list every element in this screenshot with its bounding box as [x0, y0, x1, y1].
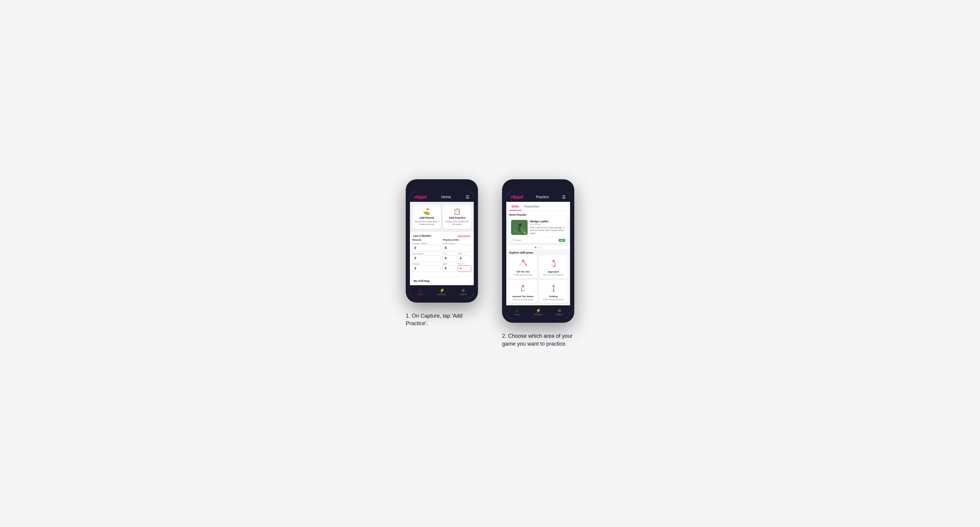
chevron-right-icon: ›: [469, 279, 470, 283]
golf-bag-row[interactable]: My Golf Bag ›: [410, 277, 474, 285]
atg-skill-icon: [511, 283, 535, 294]
home-icon: ⌂: [419, 288, 422, 293]
drills-column: Practice Drills Drills Capture 8 OTT 0 A…: [443, 238, 471, 273]
dot-1: [535, 247, 536, 248]
app-badge: APP: [558, 239, 565, 242]
add-round-desc: Record your shots fast or enhanced mode: [415, 220, 439, 225]
featured-card-inner: Wedge Ladder 50–100 yds Play 1 shot at e…: [509, 217, 568, 237]
phone-section-2: clippd Practice ☰ Drills Favourites Most…: [502, 179, 574, 348]
featured-subtitle: 50–100 yds: [530, 223, 565, 225]
phone-section-1: clippd Home ☰ ⛳ Add Round Record your sh…: [406, 179, 478, 327]
app-value: 4: [458, 255, 472, 262]
caption-2: 2. Choose which area of your game you wa…: [502, 332, 574, 348]
capture-icon: ⊕: [461, 288, 465, 293]
nav-activities[interactable]: ⚡ Activities: [431, 286, 453, 298]
svg-point-16: [553, 266, 554, 267]
stats-columns: Rounds Rounds Capture 0 Tournament 0 Pra…: [410, 238, 474, 276]
add-practice-desc: Capture your practice off-the-course: [445, 220, 469, 225]
rounds-title: Rounds: [412, 238, 441, 241]
nav-activities-label-2: Activities: [534, 313, 542, 316]
drills-title: Practice Drills: [443, 238, 471, 241]
nav-home-label-2: Home: [514, 313, 520, 316]
nav-home[interactable]: ⌂ Home: [410, 286, 431, 298]
putt-col: PUTT 4: [458, 263, 472, 273]
svg-point-11: [525, 264, 527, 266]
featured-card[interactable]: Wedge Ladder 50–100 yds Play 1 shot at e…: [509, 217, 568, 243]
add-round-title: Add Round: [415, 216, 439, 219]
atg-title: Around The Green: [511, 295, 535, 298]
skill-grid: Off The Tee Power and accuracy: [506, 256, 570, 305]
header-title-2: Practice: [536, 195, 549, 199]
ott-label: OTT: [443, 253, 457, 255]
svg-point-18: [521, 290, 522, 292]
view-activity-link[interactable]: View Activity: [458, 234, 471, 237]
add-round-icon: ⛳: [415, 208, 439, 215]
nav-activities-label: Activities: [438, 293, 446, 295]
putt-desc: Make and lag practice: [541, 298, 565, 300]
putt-label: PUTT: [458, 263, 472, 265]
nav-activities-2[interactable]: ⚡ Activities: [528, 306, 549, 319]
featured-footer: 🕐 9 shots APP: [509, 237, 568, 243]
phone-notch-2: [526, 184, 550, 189]
drills-capture-value: 8: [443, 245, 471, 251]
rounds-capture-label: Rounds Capture: [412, 243, 441, 244]
svg-point-21: [553, 286, 554, 287]
arg-col: ARG 0: [443, 263, 457, 273]
putt-title: Putting: [541, 295, 565, 298]
arg-putt-row: ARG 0 PUTT 4: [443, 263, 471, 273]
phone-screen-1: clippd Home ☰ ⛳ Add Round Record your sh…: [410, 191, 474, 298]
rounds-column: Rounds Rounds Capture 0 Tournament 0 Pra…: [412, 238, 441, 273]
most-popular-label: Most Popular: [506, 211, 570, 217]
add-practice-card[interactable]: 📋 Add Practice Capture your practice off…: [443, 205, 471, 229]
bottom-nav-2: ⌂ Home ⚡ Activities ⊕ Capture: [506, 305, 570, 319]
hamburger-icon-2[interactable]: ☰: [562, 195, 566, 199]
approach-title: Approach: [541, 270, 565, 273]
skill-card-atg[interactable]: Around The Green Hone your short game: [509, 280, 537, 303]
nav-home-label: Home: [418, 293, 423, 295]
add-round-card[interactable]: ⛳ Add Round Record your shots fast or en…: [412, 205, 441, 229]
tab-drills[interactable]: Drills: [509, 204, 522, 211]
approach-desc: Dial-in to hit the green: [541, 274, 565, 276]
ott-value: 0: [443, 255, 457, 262]
skill-card-ott[interactable]: Off The Tee Power and accuracy: [509, 256, 537, 278]
skill-areas-label: Explore skill areas: [506, 249, 570, 256]
skill-card-putt[interactable]: Putting Make and lag practice: [539, 280, 568, 303]
putt-skill-icon: [541, 283, 565, 294]
activities-icon-2: ⚡: [536, 308, 541, 313]
app-header-1: clippd Home ☰: [410, 191, 474, 202]
featured-info: Wedge Ladder 50–100 yds Play 1 shot at e…: [530, 220, 565, 235]
tournament-value: 0: [412, 255, 441, 262]
ott-col: OTT 0: [443, 253, 457, 263]
practice-label: Practice: [412, 263, 441, 265]
svg-point-14: [554, 266, 555, 267]
add-practice-icon: 📋: [445, 208, 469, 215]
tab-favourites[interactable]: Favourites: [522, 204, 542, 211]
approach-skill-icon: [541, 259, 565, 269]
featured-desc: Play 1 shot at each target yardage. If y…: [530, 226, 565, 234]
app-label: APP: [458, 253, 472, 255]
hamburger-icon-1[interactable]: ☰: [466, 195, 469, 199]
atg-desc: Hone your short game: [511, 298, 535, 300]
drills-capture-label: Drills Capture: [443, 243, 471, 244]
header-title-1: Home: [441, 195, 451, 199]
action-cards: ⛳ Add Round Record your shots fast or en…: [410, 202, 474, 232]
dots-row: [506, 246, 570, 249]
tournament-label: Tournament: [412, 253, 441, 255]
featured-image: [511, 220, 528, 235]
nav-home-2[interactable]: ⌂ Home: [506, 306, 528, 319]
nav-capture-label: Capture: [459, 293, 467, 295]
ott-app-row: OTT 0 APP 4: [443, 253, 471, 263]
ott-skill-icon: [511, 259, 535, 269]
app-logo-2: clippd: [511, 194, 523, 199]
practice-value: 0: [412, 265, 441, 272]
add-practice-title: Add Practice: [445, 216, 469, 219]
nav-capture[interactable]: ⊕ Capture: [452, 286, 474, 298]
caption-1: 1. On Capture, tap 'Add Practice'.: [406, 312, 478, 327]
skill-card-approach[interactable]: Approach Dial-in to hit the green: [539, 256, 568, 278]
app-logo-1: clippd: [414, 194, 426, 199]
svg-point-2: [519, 224, 521, 226]
app-header-2: clippd Practice ☰: [506, 191, 570, 202]
nav-capture-label-2: Capture: [555, 313, 563, 316]
phone-frame-1: clippd Home ☰ ⛳ Add Round Record your sh…: [406, 179, 478, 302]
nav-capture-2[interactable]: ⊕ Capture: [549, 306, 570, 319]
